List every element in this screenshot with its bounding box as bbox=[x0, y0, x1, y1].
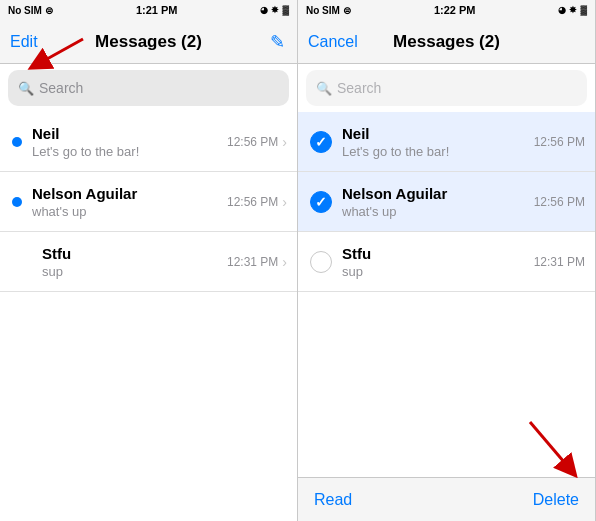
message-content-nelson-right: Nelson Aguilar what's up bbox=[342, 185, 526, 219]
message-preview-stfu-right: sup bbox=[342, 264, 526, 279]
chevron-nelson-left: › bbox=[282, 194, 287, 210]
search-icon-right: 🔍 bbox=[316, 81, 332, 96]
status-icons-left: ◕ ✸ ▓ bbox=[260, 5, 289, 15]
message-meta-neil-right: 12:56 PM bbox=[534, 135, 585, 149]
message-time-stfu-left: 12:31 PM bbox=[227, 255, 278, 269]
nav-title-left: Messages (2) bbox=[95, 32, 202, 52]
wifi-icon-left: ⊜ bbox=[45, 5, 53, 16]
time-chevron-nelson-left: 12:56 PM › bbox=[227, 194, 287, 210]
activity-icon: ◕ bbox=[260, 5, 268, 15]
message-preview-nelson-left: what's up bbox=[32, 204, 219, 219]
message-time-nelson-left: 12:56 PM bbox=[227, 195, 278, 209]
activity-icon-right: ◕ bbox=[558, 5, 566, 15]
message-content-stfu-right: Stfu sup bbox=[342, 245, 526, 279]
message-name-nelson-left: Nelson Aguilar bbox=[32, 185, 219, 202]
cancel-button[interactable]: Cancel bbox=[308, 33, 358, 51]
screen-left: No SIM ⊜ 1:21 PM ◕ ✸ ▓ Edit Messages (2)… bbox=[0, 0, 298, 521]
message-time-stfu-right: 12:31 PM bbox=[534, 255, 585, 269]
chevron-stfu-left: › bbox=[282, 254, 287, 270]
message-content-nelson-left: Nelson Aguilar what's up bbox=[32, 185, 219, 219]
message-preview-stfu-left: sup bbox=[42, 264, 219, 279]
time-left: 1:21 PM bbox=[136, 4, 178, 16]
message-name-stfu-right: Stfu bbox=[342, 245, 526, 262]
message-item-nelson-left[interactable]: Nelson Aguilar what's up 12:56 PM › bbox=[0, 172, 297, 232]
screen-right: No SIM ⊜ 1:22 PM ◕ ✸ ▓ Cancel Messages (… bbox=[298, 0, 596, 521]
checkmark-nelson: ✓ bbox=[315, 195, 327, 209]
checkbox-neil-right[interactable]: ✓ bbox=[310, 131, 332, 153]
compose-button[interactable]: ✎ bbox=[267, 32, 287, 52]
message-name-stfu-left: Stfu bbox=[42, 245, 219, 262]
time-chevron-stfu-left: 12:31 PM › bbox=[227, 254, 287, 270]
search-bar-right: 🔍 Search bbox=[306, 70, 587, 106]
message-time-neil-left: 12:56 PM bbox=[227, 135, 278, 149]
message-item-neil-right[interactable]: ✓ Neil Let's go to the bar! 12:56 PM bbox=[298, 112, 595, 172]
edit-button[interactable]: Edit bbox=[10, 33, 38, 51]
message-meta-stfu-left: 12:31 PM › bbox=[227, 254, 287, 270]
message-preview-neil-right: Let's go to the bar! bbox=[342, 144, 526, 159]
message-item-stfu-right[interactable]: Stfu sup 12:31 PM bbox=[298, 232, 595, 292]
time-chevron-neil-left: 12:56 PM › bbox=[227, 134, 287, 150]
search-bar-left[interactable]: 🔍 Search bbox=[8, 70, 289, 106]
delete-button[interactable]: Delete bbox=[533, 491, 579, 509]
message-time-neil-right: 12:56 PM bbox=[534, 135, 585, 149]
checkbox-stfu-right[interactable] bbox=[310, 251, 332, 273]
message-item-neil-left[interactable]: Neil Let's go to the bar! 12:56 PM › bbox=[0, 112, 297, 172]
message-item-nelson-right[interactable]: ✓ Nelson Aguilar what's up 12:56 PM bbox=[298, 172, 595, 232]
message-content-neil-right: Neil Let's go to the bar! bbox=[342, 125, 526, 159]
status-bar-left: No SIM ⊜ 1:21 PM ◕ ✸ ▓ bbox=[0, 0, 297, 20]
message-meta-nelson-left: 12:56 PM › bbox=[227, 194, 287, 210]
unread-dot-nelson-left bbox=[12, 197, 22, 207]
search-placeholder-left: Search bbox=[39, 80, 83, 96]
status-bar-right: No SIM ⊜ 1:22 PM ◕ ✸ ▓ bbox=[298, 0, 595, 20]
time-right: 1:22 PM bbox=[434, 4, 476, 16]
unread-dot-neil-left bbox=[12, 137, 22, 147]
wifi-icon-right: ⊜ bbox=[343, 5, 351, 16]
message-name-neil-left: Neil bbox=[32, 125, 219, 142]
nav-bar-left: Edit Messages (2) ✎ bbox=[0, 20, 297, 64]
message-content-stfu-left: Stfu sup bbox=[42, 245, 219, 279]
checkbox-nelson-right[interactable]: ✓ bbox=[310, 191, 332, 213]
message-meta-stfu-right: 12:31 PM bbox=[534, 255, 585, 269]
battery-icon-right: ▓ bbox=[580, 5, 587, 15]
message-item-stfu-left[interactable]: Stfu sup 12:31 PM › bbox=[0, 232, 297, 292]
no-sim-left: No SIM bbox=[8, 5, 42, 16]
message-meta-nelson-right: 12:56 PM bbox=[534, 195, 585, 209]
svg-line-0 bbox=[38, 39, 83, 64]
message-content-neil-left: Neil Let's go to the bar! bbox=[32, 125, 219, 159]
search-placeholder-right: Search bbox=[337, 80, 381, 96]
message-list-left: Neil Let's go to the bar! 12:56 PM › Nel… bbox=[0, 112, 297, 521]
bluetooth-icon: ✸ bbox=[271, 5, 279, 15]
checkmark-neil: ✓ bbox=[315, 135, 327, 149]
message-meta-neil-left: 12:56 PM › bbox=[227, 134, 287, 150]
bottom-toolbar-right: Read Delete bbox=[298, 477, 595, 521]
chevron-neil-left: › bbox=[282, 134, 287, 150]
message-name-neil-right: Neil bbox=[342, 125, 526, 142]
read-button[interactable]: Read bbox=[314, 491, 352, 509]
status-icons-right: ◕ ✸ ▓ bbox=[558, 5, 587, 15]
no-sim-right: No SIM bbox=[306, 5, 340, 16]
bluetooth-icon-right: ✸ bbox=[569, 5, 577, 15]
nav-title-right: Messages (2) bbox=[393, 32, 500, 52]
compose-icon: ✎ bbox=[270, 31, 285, 53]
nav-bar-right: Cancel Messages (2) bbox=[298, 20, 595, 64]
message-name-nelson-right: Nelson Aguilar bbox=[342, 185, 526, 202]
message-preview-nelson-right: what's up bbox=[342, 204, 526, 219]
carrier-right: No SIM ⊜ bbox=[306, 5, 351, 16]
message-list-right: ✓ Neil Let's go to the bar! 12:56 PM ✓ N… bbox=[298, 112, 595, 477]
message-preview-neil-left: Let's go to the bar! bbox=[32, 144, 219, 159]
search-icon-left: 🔍 bbox=[18, 81, 34, 96]
message-time-nelson-right: 12:56 PM bbox=[534, 195, 585, 209]
battery-icon: ▓ bbox=[282, 5, 289, 15]
carrier-left: No SIM ⊜ bbox=[8, 5, 53, 16]
